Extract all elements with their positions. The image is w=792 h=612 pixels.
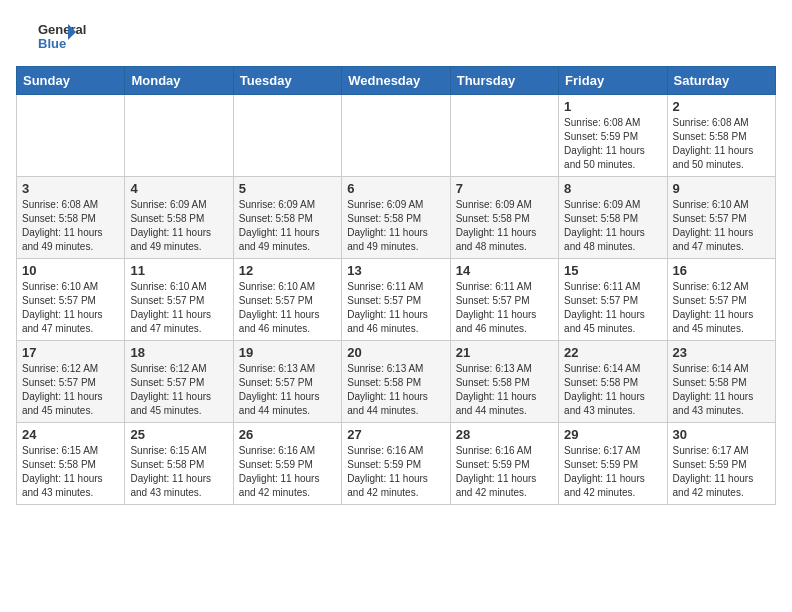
day-number: 11 — [130, 263, 227, 278]
page-header: General Blue — [16, 16, 776, 56]
day-number: 29 — [564, 427, 661, 442]
day-cell: 12Sunrise: 6:10 AM Sunset: 5:57 PM Dayli… — [233, 259, 341, 341]
day-cell — [450, 95, 558, 177]
weekday-header-row: SundayMondayTuesdayWednesdayThursdayFrid… — [17, 67, 776, 95]
day-info: Sunrise: 6:12 AM Sunset: 5:57 PM Dayligh… — [673, 280, 770, 336]
calendar-table: SundayMondayTuesdayWednesdayThursdayFrid… — [16, 66, 776, 505]
day-info: Sunrise: 6:12 AM Sunset: 5:57 PM Dayligh… — [22, 362, 119, 418]
day-number: 23 — [673, 345, 770, 360]
day-info: Sunrise: 6:17 AM Sunset: 5:59 PM Dayligh… — [564, 444, 661, 500]
day-cell: 18Sunrise: 6:12 AM Sunset: 5:57 PM Dayli… — [125, 341, 233, 423]
day-cell: 27Sunrise: 6:16 AM Sunset: 5:59 PM Dayli… — [342, 423, 450, 505]
day-cell: 21Sunrise: 6:13 AM Sunset: 5:58 PM Dayli… — [450, 341, 558, 423]
day-number: 14 — [456, 263, 553, 278]
day-number: 6 — [347, 181, 444, 196]
day-number: 28 — [456, 427, 553, 442]
day-info: Sunrise: 6:09 AM Sunset: 5:58 PM Dayligh… — [347, 198, 444, 254]
weekday-header-monday: Monday — [125, 67, 233, 95]
day-info: Sunrise: 6:10 AM Sunset: 5:57 PM Dayligh… — [22, 280, 119, 336]
day-info: Sunrise: 6:16 AM Sunset: 5:59 PM Dayligh… — [347, 444, 444, 500]
day-cell: 14Sunrise: 6:11 AM Sunset: 5:57 PM Dayli… — [450, 259, 558, 341]
logo: General Blue — [16, 16, 96, 56]
week-row-2: 3Sunrise: 6:08 AM Sunset: 5:58 PM Daylig… — [17, 177, 776, 259]
day-cell: 7Sunrise: 6:09 AM Sunset: 5:58 PM Daylig… — [450, 177, 558, 259]
day-number: 13 — [347, 263, 444, 278]
day-number: 2 — [673, 99, 770, 114]
day-number: 26 — [239, 427, 336, 442]
day-info: Sunrise: 6:14 AM Sunset: 5:58 PM Dayligh… — [673, 362, 770, 418]
day-number: 22 — [564, 345, 661, 360]
day-number: 9 — [673, 181, 770, 196]
day-cell — [125, 95, 233, 177]
day-info: Sunrise: 6:15 AM Sunset: 5:58 PM Dayligh… — [22, 444, 119, 500]
day-cell: 9Sunrise: 6:10 AM Sunset: 5:57 PM Daylig… — [667, 177, 775, 259]
day-cell: 28Sunrise: 6:16 AM Sunset: 5:59 PM Dayli… — [450, 423, 558, 505]
day-cell — [233, 95, 341, 177]
day-cell: 15Sunrise: 6:11 AM Sunset: 5:57 PM Dayli… — [559, 259, 667, 341]
day-cell: 20Sunrise: 6:13 AM Sunset: 5:58 PM Dayli… — [342, 341, 450, 423]
day-info: Sunrise: 6:09 AM Sunset: 5:58 PM Dayligh… — [564, 198, 661, 254]
day-info: Sunrise: 6:16 AM Sunset: 5:59 PM Dayligh… — [239, 444, 336, 500]
weekday-header-tuesday: Tuesday — [233, 67, 341, 95]
day-cell: 23Sunrise: 6:14 AM Sunset: 5:58 PM Dayli… — [667, 341, 775, 423]
day-info: Sunrise: 6:09 AM Sunset: 5:58 PM Dayligh… — [130, 198, 227, 254]
day-info: Sunrise: 6:14 AM Sunset: 5:58 PM Dayligh… — [564, 362, 661, 418]
day-number: 17 — [22, 345, 119, 360]
day-cell: 19Sunrise: 6:13 AM Sunset: 5:57 PM Dayli… — [233, 341, 341, 423]
day-info: Sunrise: 6:13 AM Sunset: 5:58 PM Dayligh… — [456, 362, 553, 418]
day-info: Sunrise: 6:09 AM Sunset: 5:58 PM Dayligh… — [456, 198, 553, 254]
day-cell: 25Sunrise: 6:15 AM Sunset: 5:58 PM Dayli… — [125, 423, 233, 505]
day-cell — [342, 95, 450, 177]
day-number: 7 — [456, 181, 553, 196]
day-number: 3 — [22, 181, 119, 196]
day-number: 10 — [22, 263, 119, 278]
week-row-5: 24Sunrise: 6:15 AM Sunset: 5:58 PM Dayli… — [17, 423, 776, 505]
day-info: Sunrise: 6:17 AM Sunset: 5:59 PM Dayligh… — [673, 444, 770, 500]
day-cell: 26Sunrise: 6:16 AM Sunset: 5:59 PM Dayli… — [233, 423, 341, 505]
day-info: Sunrise: 6:15 AM Sunset: 5:58 PM Dayligh… — [130, 444, 227, 500]
day-number: 5 — [239, 181, 336, 196]
day-cell: 17Sunrise: 6:12 AM Sunset: 5:57 PM Dayli… — [17, 341, 125, 423]
week-row-4: 17Sunrise: 6:12 AM Sunset: 5:57 PM Dayli… — [17, 341, 776, 423]
weekday-header-friday: Friday — [559, 67, 667, 95]
day-info: Sunrise: 6:11 AM Sunset: 5:57 PM Dayligh… — [564, 280, 661, 336]
weekday-header-wednesday: Wednesday — [342, 67, 450, 95]
day-info: Sunrise: 6:11 AM Sunset: 5:57 PM Dayligh… — [347, 280, 444, 336]
day-number: 16 — [673, 263, 770, 278]
day-number: 25 — [130, 427, 227, 442]
day-cell: 1Sunrise: 6:08 AM Sunset: 5:59 PM Daylig… — [559, 95, 667, 177]
day-info: Sunrise: 6:13 AM Sunset: 5:58 PM Dayligh… — [347, 362, 444, 418]
week-row-1: 1Sunrise: 6:08 AM Sunset: 5:59 PM Daylig… — [17, 95, 776, 177]
day-cell: 11Sunrise: 6:10 AM Sunset: 5:57 PM Dayli… — [125, 259, 233, 341]
day-info: Sunrise: 6:08 AM Sunset: 5:58 PM Dayligh… — [673, 116, 770, 172]
day-info: Sunrise: 6:16 AM Sunset: 5:59 PM Dayligh… — [456, 444, 553, 500]
day-info: Sunrise: 6:11 AM Sunset: 5:57 PM Dayligh… — [456, 280, 553, 336]
day-cell: 6Sunrise: 6:09 AM Sunset: 5:58 PM Daylig… — [342, 177, 450, 259]
day-number: 12 — [239, 263, 336, 278]
day-cell: 16Sunrise: 6:12 AM Sunset: 5:57 PM Dayli… — [667, 259, 775, 341]
logo-icon: General Blue — [16, 16, 96, 56]
day-info: Sunrise: 6:10 AM Sunset: 5:57 PM Dayligh… — [673, 198, 770, 254]
day-cell: 22Sunrise: 6:14 AM Sunset: 5:58 PM Dayli… — [559, 341, 667, 423]
day-number: 20 — [347, 345, 444, 360]
day-info: Sunrise: 6:12 AM Sunset: 5:57 PM Dayligh… — [130, 362, 227, 418]
week-row-3: 10Sunrise: 6:10 AM Sunset: 5:57 PM Dayli… — [17, 259, 776, 341]
day-number: 8 — [564, 181, 661, 196]
day-cell: 10Sunrise: 6:10 AM Sunset: 5:57 PM Dayli… — [17, 259, 125, 341]
day-number: 15 — [564, 263, 661, 278]
svg-text:Blue: Blue — [38, 36, 66, 51]
day-number: 19 — [239, 345, 336, 360]
day-cell: 24Sunrise: 6:15 AM Sunset: 5:58 PM Dayli… — [17, 423, 125, 505]
day-number: 18 — [130, 345, 227, 360]
weekday-header-saturday: Saturday — [667, 67, 775, 95]
day-number: 30 — [673, 427, 770, 442]
day-cell — [17, 95, 125, 177]
svg-text:General: General — [38, 22, 86, 37]
day-cell: 13Sunrise: 6:11 AM Sunset: 5:57 PM Dayli… — [342, 259, 450, 341]
day-number: 27 — [347, 427, 444, 442]
day-info: Sunrise: 6:09 AM Sunset: 5:58 PM Dayligh… — [239, 198, 336, 254]
day-number: 1 — [564, 99, 661, 114]
day-info: Sunrise: 6:10 AM Sunset: 5:57 PM Dayligh… — [239, 280, 336, 336]
day-cell: 29Sunrise: 6:17 AM Sunset: 5:59 PM Dayli… — [559, 423, 667, 505]
weekday-header-sunday: Sunday — [17, 67, 125, 95]
